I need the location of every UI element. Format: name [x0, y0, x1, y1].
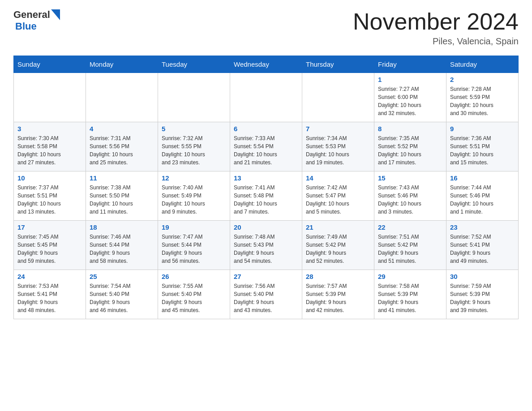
- calendar-day-cell: 28Sunrise: 7:57 AM Sunset: 5:39 PM Dayli…: [302, 270, 374, 319]
- calendar-day-cell: 15Sunrise: 7:43 AM Sunset: 5:46 PM Dayli…: [374, 171, 446, 221]
- calendar-day-cell: 6Sunrise: 7:33 AM Sunset: 5:54 PM Daylig…: [230, 122, 302, 171]
- calendar-day-cell: 4Sunrise: 7:31 AM Sunset: 5:56 PM Daylig…: [86, 122, 158, 171]
- day-info: Sunrise: 7:54 AM Sunset: 5:40 PM Dayligh…: [90, 282, 154, 314]
- calendar-day-header: Wednesday: [230, 56, 302, 73]
- day-info: Sunrise: 7:44 AM Sunset: 5:46 PM Dayligh…: [450, 184, 515, 216]
- day-info: Sunrise: 7:52 AM Sunset: 5:41 PM Dayligh…: [450, 233, 515, 265]
- day-number: 7: [306, 125, 370, 133]
- day-info: Sunrise: 7:43 AM Sunset: 5:46 PM Dayligh…: [378, 184, 442, 216]
- calendar-subtitle: Piles, Valencia, Spain: [353, 36, 519, 47]
- page-header: General Blue November 2024 Piles, Valenc…: [13, 9, 519, 47]
- day-info: Sunrise: 7:34 AM Sunset: 5:53 PM Dayligh…: [306, 134, 370, 167]
- logo: General Blue: [13, 9, 61, 32]
- day-info: Sunrise: 7:47 AM Sunset: 5:44 PM Dayligh…: [162, 233, 226, 265]
- day-info: Sunrise: 7:33 AM Sunset: 5:54 PM Dayligh…: [234, 134, 298, 167]
- calendar-day-cell: 2Sunrise: 7:28 AM Sunset: 5:59 PM Daylig…: [446, 73, 519, 122]
- calendar-day-cell: [14, 73, 86, 122]
- calendar-day-cell: 1Sunrise: 7:27 AM Sunset: 6:00 PM Daylig…: [374, 73, 446, 122]
- day-number: 4: [90, 125, 154, 133]
- calendar-day-cell: 16Sunrise: 7:44 AM Sunset: 5:46 PM Dayli…: [446, 171, 519, 221]
- calendar-week-row: 10Sunrise: 7:37 AM Sunset: 5:51 PM Dayli…: [14, 171, 519, 221]
- day-number: 23: [450, 223, 515, 231]
- logo-blue-text: Blue: [15, 21, 37, 32]
- calendar-day-cell: 23Sunrise: 7:52 AM Sunset: 5:41 PM Dayli…: [446, 221, 519, 270]
- day-info: Sunrise: 7:57 AM Sunset: 5:39 PM Dayligh…: [306, 282, 370, 314]
- day-info: Sunrise: 7:53 AM Sunset: 5:41 PM Dayligh…: [17, 282, 82, 314]
- day-info: Sunrise: 7:28 AM Sunset: 5:59 PM Dayligh…: [450, 85, 515, 117]
- day-number: 6: [234, 125, 298, 133]
- day-info: Sunrise: 7:30 AM Sunset: 5:58 PM Dayligh…: [17, 134, 82, 167]
- day-info: Sunrise: 7:51 AM Sunset: 5:42 PM Dayligh…: [378, 233, 442, 265]
- day-info: Sunrise: 7:37 AM Sunset: 5:51 PM Dayligh…: [17, 184, 82, 216]
- day-number: 24: [17, 273, 82, 280]
- calendar-day-cell: 9Sunrise: 7:36 AM Sunset: 5:51 PM Daylig…: [446, 122, 519, 171]
- calendar-day-cell: 29Sunrise: 7:58 AM Sunset: 5:39 PM Dayli…: [374, 270, 446, 319]
- calendar-day-cell: 13Sunrise: 7:41 AM Sunset: 5:48 PM Dayli…: [230, 171, 302, 221]
- calendar-day-cell: 22Sunrise: 7:51 AM Sunset: 5:42 PM Dayli…: [374, 221, 446, 270]
- calendar-day-cell: 27Sunrise: 7:56 AM Sunset: 5:40 PM Dayli…: [230, 270, 302, 319]
- calendar-day-cell: 8Sunrise: 7:35 AM Sunset: 5:52 PM Daylig…: [374, 122, 446, 171]
- day-number: 13: [234, 174, 298, 182]
- day-info: Sunrise: 7:58 AM Sunset: 5:39 PM Dayligh…: [378, 282, 442, 314]
- calendar-day-header: Friday: [374, 56, 446, 73]
- day-number: 26: [162, 273, 226, 280]
- calendar-day-cell: [302, 73, 374, 122]
- day-number: 9: [450, 125, 515, 133]
- day-number: 10: [17, 174, 82, 182]
- day-info: Sunrise: 7:27 AM Sunset: 6:00 PM Dayligh…: [378, 85, 442, 117]
- day-number: 27: [234, 273, 298, 280]
- calendar-day-cell: 3Sunrise: 7:30 AM Sunset: 5:58 PM Daylig…: [14, 122, 86, 171]
- calendar-day-cell: 11Sunrise: 7:38 AM Sunset: 5:50 PM Dayli…: [86, 171, 158, 221]
- calendar-day-cell: [86, 73, 158, 122]
- logo-general-text: General: [13, 9, 50, 21]
- calendar-day-cell: 20Sunrise: 7:48 AM Sunset: 5:43 PM Dayli…: [230, 221, 302, 270]
- day-number: 5: [162, 125, 226, 133]
- day-number: 18: [90, 223, 154, 231]
- day-number: 22: [378, 223, 442, 231]
- title-area: November 2024 Piles, Valencia, Spain: [353, 9, 519, 47]
- day-number: 15: [378, 174, 442, 182]
- calendar-day-cell: 14Sunrise: 7:42 AM Sunset: 5:47 PM Dayli…: [302, 171, 374, 221]
- day-info: Sunrise: 7:48 AM Sunset: 5:43 PM Dayligh…: [234, 233, 298, 265]
- calendar-table: SundayMondayTuesdayWednesdayThursdayFrid…: [13, 56, 519, 319]
- day-number: 8: [378, 125, 442, 133]
- calendar-day-cell: 7Sunrise: 7:34 AM Sunset: 5:53 PM Daylig…: [302, 122, 374, 171]
- calendar-day-cell: 26Sunrise: 7:55 AM Sunset: 5:40 PM Dayli…: [158, 270, 230, 319]
- calendar-day-header: Tuesday: [158, 56, 230, 73]
- calendar-day-cell: [158, 73, 230, 122]
- calendar-day-cell: [230, 73, 302, 122]
- day-number: 3: [17, 125, 82, 133]
- logo-triangle-icon: [51, 9, 60, 20]
- calendar-day-header: Sunday: [14, 56, 86, 73]
- day-info: Sunrise: 7:55 AM Sunset: 5:40 PM Dayligh…: [162, 282, 226, 314]
- day-info: Sunrise: 7:59 AM Sunset: 5:39 PM Dayligh…: [450, 282, 515, 314]
- day-info: Sunrise: 7:41 AM Sunset: 5:48 PM Dayligh…: [234, 184, 298, 216]
- day-number: 11: [90, 174, 154, 182]
- calendar-day-cell: 18Sunrise: 7:46 AM Sunset: 5:44 PM Dayli…: [86, 221, 158, 270]
- day-info: Sunrise: 7:36 AM Sunset: 5:51 PM Dayligh…: [450, 134, 515, 167]
- day-info: Sunrise: 7:49 AM Sunset: 5:42 PM Dayligh…: [306, 233, 370, 265]
- calendar-day-cell: 21Sunrise: 7:49 AM Sunset: 5:42 PM Dayli…: [302, 221, 374, 270]
- calendar-week-row: 17Sunrise: 7:45 AM Sunset: 5:45 PM Dayli…: [14, 221, 519, 270]
- day-info: Sunrise: 7:40 AM Sunset: 5:49 PM Dayligh…: [162, 184, 226, 216]
- day-info: Sunrise: 7:45 AM Sunset: 5:45 PM Dayligh…: [17, 233, 82, 265]
- day-number: 12: [162, 174, 226, 182]
- day-number: 30: [450, 273, 515, 280]
- calendar-day-header: Thursday: [302, 56, 374, 73]
- day-number: 1: [378, 76, 442, 83]
- calendar-day-cell: 10Sunrise: 7:37 AM Sunset: 5:51 PM Dayli…: [14, 171, 86, 221]
- day-info: Sunrise: 7:38 AM Sunset: 5:50 PM Dayligh…: [90, 184, 154, 216]
- calendar-day-header: Saturday: [446, 56, 519, 73]
- calendar-day-cell: 25Sunrise: 7:54 AM Sunset: 5:40 PM Dayli…: [86, 270, 158, 319]
- day-number: 29: [378, 273, 442, 280]
- day-info: Sunrise: 7:56 AM Sunset: 5:40 PM Dayligh…: [234, 282, 298, 314]
- calendar-week-row: 1Sunrise: 7:27 AM Sunset: 6:00 PM Daylig…: [14, 73, 519, 122]
- day-info: Sunrise: 7:32 AM Sunset: 5:55 PM Dayligh…: [162, 134, 226, 167]
- day-info: Sunrise: 7:42 AM Sunset: 5:47 PM Dayligh…: [306, 184, 370, 216]
- day-number: 14: [306, 174, 370, 182]
- calendar-week-row: 3Sunrise: 7:30 AM Sunset: 5:58 PM Daylig…: [14, 122, 519, 171]
- day-number: 19: [162, 223, 226, 231]
- calendar-header-row: SundayMondayTuesdayWednesdayThursdayFrid…: [14, 56, 519, 73]
- day-number: 16: [450, 174, 515, 182]
- calendar-week-row: 24Sunrise: 7:53 AM Sunset: 5:41 PM Dayli…: [14, 270, 519, 319]
